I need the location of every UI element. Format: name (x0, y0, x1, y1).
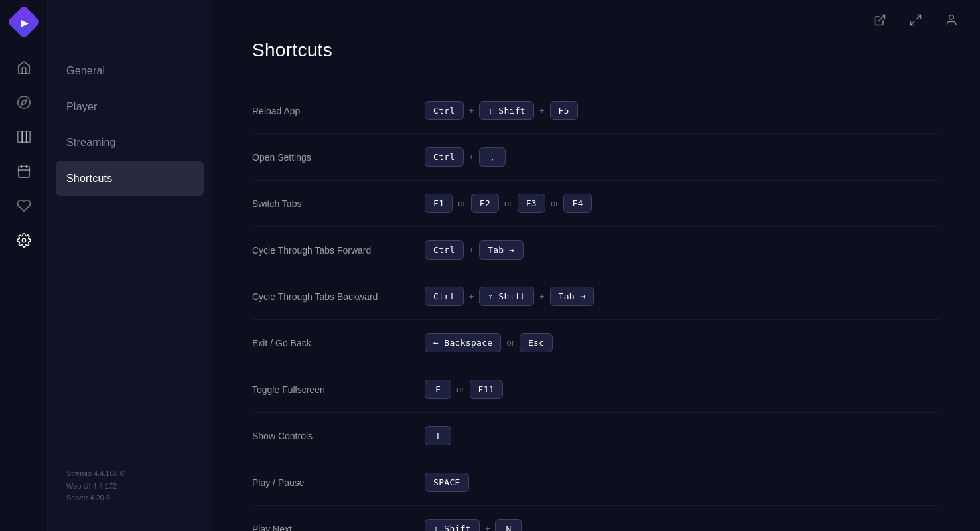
shortcut-label: Reload App (252, 106, 425, 116)
shortcut-row: Play Next⇧ Shift+N (252, 506, 940, 531)
key-separator: + (539, 106, 545, 115)
key-badge: F4 (563, 194, 591, 213)
key-badge: T (425, 426, 451, 445)
svg-point-4 (17, 96, 29, 108)
shortcut-row: Toggle FullscreenForF11 (252, 366, 940, 413)
key-badge: Ctrl (425, 147, 464, 167)
key-separator: or (458, 198, 466, 208)
shortcut-label: Open Settings (252, 152, 425, 163)
svg-line-0 (878, 15, 884, 21)
key-badge: ⇧ Shift (425, 519, 480, 531)
top-header (48, 0, 980, 40)
key-badge: SPACE (425, 473, 469, 492)
nav-calendar[interactable] (9, 157, 38, 186)
svg-line-2 (911, 21, 915, 25)
key-separator: or (551, 198, 559, 208)
version-info: Stremio 4.4.168 ©Web UI 4.4.172Server 4.… (48, 454, 212, 518)
key-separator: + (539, 291, 545, 301)
shortcut-label: Cycle Through Tabs Backward (252, 291, 425, 302)
shortcut-label: Exit / Go Back (252, 338, 425, 348)
shortcut-keys: Ctrl+Tab ⇥ (425, 240, 524, 260)
key-separator: + (469, 106, 474, 115)
external-link-button[interactable] (867, 7, 892, 33)
svg-rect-9 (18, 167, 29, 177)
key-badge: ⇧ Shift (479, 287, 534, 306)
svg-rect-7 (22, 131, 26, 143)
svg-marker-5 (21, 100, 27, 105)
shortcut-row: Show ControlsT (252, 413, 940, 459)
key-badge: Esc (520, 333, 553, 352)
shortcut-keys: ← BackspaceorEsc (425, 333, 553, 352)
shortcut-keys: Ctrl+⇧ Shift+F5 (425, 101, 578, 120)
key-badge: F2 (471, 194, 499, 213)
key-badge: F5 (550, 101, 578, 120)
key-badge: , (479, 147, 506, 167)
nav-library[interactable] (9, 122, 38, 151)
shortcut-label: Show Controls (252, 431, 425, 441)
key-badge: ← Backspace (425, 333, 501, 352)
settings-nav-shortcuts[interactable]: Shortcuts (56, 161, 204, 196)
shortcuts-list: Reload AppCtrl+⇧ Shift+F5Open SettingsCt… (252, 88, 940, 531)
settings-nav-player[interactable]: Player (48, 89, 212, 125)
key-separator: + (485, 524, 490, 531)
nav-discover[interactable] (9, 88, 38, 117)
settings-nav-streaming[interactable]: Streaming (48, 125, 212, 161)
svg-line-1 (917, 15, 921, 19)
key-badge: N (495, 519, 522, 531)
shortcut-row: Cycle Through Tabs ForwardCtrl+Tab ⇥ (252, 227, 940, 273)
app-logo: ▶ (10, 8, 38, 36)
shortcut-label: Switch Tabs (252, 198, 425, 209)
nav-home[interactable] (9, 53, 38, 82)
key-separator: + (469, 245, 474, 255)
shortcut-row: Play / PauseSPACE (252, 459, 940, 506)
shortcut-label: Play / Pause (252, 477, 425, 488)
shortcut-row: Exit / Go Back← BackspaceorEsc (252, 320, 940, 366)
key-badge: F11 (470, 380, 503, 399)
shortcut-label: Toggle Fullscreen (252, 384, 425, 395)
shortcut-row: Open SettingsCtrl+, (252, 134, 940, 181)
main-content: Shortcuts Reload AppCtrl+⇧ Shift+F5Open … (212, 0, 980, 531)
key-separator: or (506, 338, 514, 348)
key-badge: Ctrl (425, 101, 464, 120)
shortcut-keys: SPACE (425, 473, 469, 492)
shortcut-label: Play Next (252, 524, 425, 532)
shortcut-keys: F1orF2orF3orF4 (425, 194, 592, 213)
key-separator: + (469, 152, 474, 162)
key-badge: F3 (518, 194, 545, 213)
settings-nav-general[interactable]: General (48, 53, 212, 89)
shortcut-row: Reload AppCtrl+⇧ Shift+F5 (252, 88, 940, 134)
svg-point-13 (22, 238, 26, 242)
shortcut-label: Cycle Through Tabs Forward (252, 245, 425, 256)
page-title: Shortcuts (252, 40, 940, 61)
key-badge: ⇧ Shift (479, 101, 534, 120)
key-separator: or (504, 198, 512, 208)
shortcut-keys: ForF11 (425, 380, 503, 399)
nav-settings[interactable] (9, 226, 38, 255)
key-badge: F (425, 380, 451, 399)
key-badge: F1 (425, 194, 453, 213)
key-separator: or (456, 384, 464, 394)
svg-rect-8 (26, 131, 29, 143)
nav-addons[interactable] (9, 191, 38, 220)
key-badge: Ctrl (425, 287, 464, 306)
svg-point-3 (949, 15, 954, 20)
shortcut-row: Cycle Through Tabs BackwardCtrl+⇧ Shift+… (252, 273, 940, 320)
profile-button[interactable] (939, 7, 964, 33)
svg-rect-6 (17, 131, 21, 143)
shortcut-keys: ⇧ Shift+N (425, 519, 522, 531)
key-badge: Ctrl (425, 240, 464, 260)
shortcut-row: Switch TabsF1orF2orF3orF4 (252, 181, 940, 227)
key-separator: + (469, 291, 474, 301)
fullscreen-button[interactable] (903, 7, 928, 33)
shortcut-keys: Ctrl+⇧ Shift+Tab ⇥ (425, 287, 594, 306)
key-badge: Tab ⇥ (479, 240, 524, 260)
icon-sidebar: ▶ (0, 0, 48, 531)
shortcut-keys: T (425, 426, 451, 445)
key-badge: Tab ⇥ (550, 287, 595, 306)
settings-nav: General Player Streaming Shortcuts Strem… (48, 0, 212, 531)
shortcut-keys: Ctrl+, (425, 147, 506, 167)
